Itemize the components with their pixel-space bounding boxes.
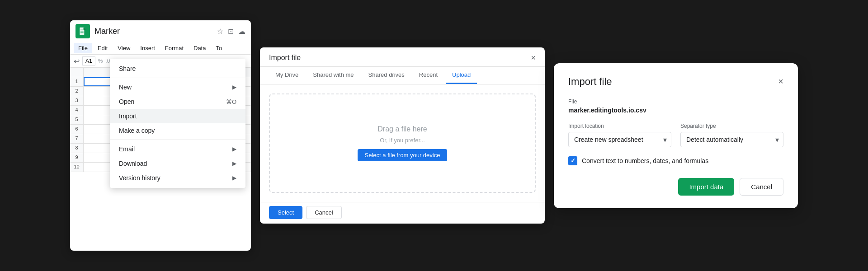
dialog-options-row: Import location Create new spreadsheet I… (568, 123, 783, 147)
folder-icon[interactable]: ⊡ (228, 27, 234, 36)
svg-rect-2 (80, 31, 84, 31)
file-section-label: File (568, 98, 783, 105)
menu-item-download[interactable]: Download ▶ (110, 156, 245, 171)
convert-checkbox[interactable] (568, 156, 577, 165)
tab-recent[interactable]: Recent (413, 67, 444, 84)
import-location-field: Import location Create new spreadsheet I… (568, 123, 671, 147)
separator-type-select[interactable]: Detect automatically Comma Semicolon Tab… (680, 132, 783, 147)
tab-shared-drives[interactable]: Shared drives (362, 67, 411, 84)
import-dialog: Import file × File marker.editingtools.i… (554, 63, 798, 208)
import-data-button[interactable]: Import data (678, 178, 734, 196)
separator-type-label: Separator type (680, 123, 783, 129)
menu-divider (110, 78, 245, 78)
star-icon[interactable]: ☆ (217, 27, 223, 36)
submenu-arrow: ▶ (232, 84, 236, 90)
separator-type-select-wrapper: Detect automatically Comma Semicolon Tab… (680, 132, 783, 147)
svg-rect-1 (80, 30, 84, 30)
menu-item-new[interactable]: New ▶ (110, 80, 245, 94)
menu-file[interactable]: File (74, 43, 92, 53)
picker-cancel-button[interactable]: Cancel (306, 206, 341, 219)
import-location-label: Import location (568, 123, 671, 129)
row-num-header (70, 68, 84, 77)
import-picker-panel: Import file × My Drive Shared with me Sh… (260, 47, 545, 224)
menu-item-import[interactable]: Import (110, 109, 245, 123)
sheets-panel: Marker ☆ ⊡ ☁ File Edit View Insert Forma… (70, 20, 251, 251)
picker-select-button[interactable]: Select (269, 206, 302, 219)
cloud-icon[interactable]: ☁ (238, 27, 245, 36)
menu-tools[interactable]: To (211, 43, 226, 53)
dialog-header: Import file × (568, 76, 783, 88)
submenu-arrow: ▶ (232, 146, 236, 152)
checkbox-label: Convert text to numbers, dates, and form… (582, 157, 708, 164)
menu-edit[interactable]: Edit (93, 43, 112, 53)
menu-divider (110, 140, 245, 140)
import-location-select[interactable]: Create new spreadsheet Insert new sheet(… (568, 132, 671, 147)
dialog-title: Import file (568, 76, 612, 88)
menu-item-open[interactable]: Open ⌘O (110, 94, 245, 109)
drop-zone-text: Drag a file here (377, 125, 427, 133)
menu-item-email[interactable]: Email ▶ (110, 142, 245, 156)
menu-item-version-history[interactable]: Version history ▶ (110, 171, 245, 185)
dialog-filename: marker.editingtools.io.csv (568, 107, 783, 114)
picker-tabs: My Drive Shared with me Shared drives Re… (260, 67, 545, 84)
tab-upload[interactable]: Upload (446, 67, 477, 84)
picker-close-button[interactable]: × (531, 54, 536, 62)
toolbar-decimals: .0 (105, 58, 110, 64)
select-file-button[interactable]: Select a file from your device (358, 149, 448, 161)
import-picker-title: Import file (269, 54, 301, 62)
submenu-arrow: ▶ (232, 175, 236, 181)
drop-zone-sub: Or, if you prefer... (380, 137, 425, 144)
separator-type-field: Separator type Detect automatically Comm… (680, 123, 783, 147)
dialog-close-button[interactable]: × (778, 76, 783, 87)
tab-shared-with-me[interactable]: Shared with me (307, 67, 360, 84)
toolbar-percent: % (98, 58, 103, 64)
menu-view[interactable]: View (113, 43, 135, 53)
undo-icon[interactable]: ↩ (74, 57, 80, 65)
sheets-titlebar: Marker ☆ ⊡ ☁ (70, 20, 251, 42)
checkbox-row: Convert text to numbers, dates, and form… (568, 156, 783, 165)
title-icons: ☆ ⊡ ☁ (217, 27, 245, 36)
cancel-button[interactable]: Cancel (740, 178, 783, 196)
menubar: File Edit View Insert Format Data To (70, 42, 251, 54)
tab-my-drive[interactable]: My Drive (269, 67, 305, 84)
menu-insert[interactable]: Insert (136, 43, 160, 53)
import-picker-header: Import file × (260, 47, 545, 67)
sheets-title: Marker (94, 27, 212, 36)
submenu-arrow: ▶ (232, 160, 236, 167)
sheets-app-icon (75, 24, 90, 38)
menu-data[interactable]: Data (189, 43, 210, 53)
cell-ref: A1 (82, 56, 95, 65)
menu-format[interactable]: Format (160, 43, 188, 53)
picker-footer: Select Cancel (260, 202, 545, 223)
dialog-actions: Import data Cancel (568, 178, 783, 196)
menu-item-make-copy[interactable]: Make a copy (110, 123, 245, 138)
file-dropdown-menu: Share New ▶ Open ⌘O Import Make a copy E… (110, 59, 245, 188)
drop-zone: Drag a file here Or, if you prefer... Se… (269, 93, 536, 193)
import-location-select-wrapper: Create new spreadsheet Insert new sheet(… (568, 132, 671, 147)
svg-rect-3 (80, 32, 84, 33)
menu-item-share[interactable]: Share (110, 61, 245, 76)
